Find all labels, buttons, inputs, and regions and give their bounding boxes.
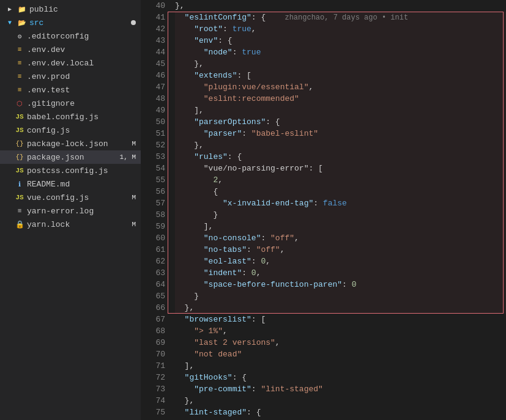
line-number: 65 bbox=[141, 290, 165, 302]
modified-badge: M bbox=[132, 221, 136, 228]
js-icon: JS bbox=[15, 112, 24, 122]
sidebar-item-env-test[interactable]: ≡ .env.test bbox=[0, 83, 141, 97]
line-number: 52 bbox=[141, 139, 165, 151]
line-number: 70 bbox=[141, 348, 165, 360]
line-number: 75 bbox=[141, 407, 165, 418]
line-number: 41 bbox=[141, 12, 165, 23]
line-number: 46 bbox=[141, 70, 165, 81]
line-number: 55 bbox=[141, 174, 165, 186]
code-line: "browserslist": [ bbox=[175, 314, 506, 325]
line-number: 59 bbox=[141, 221, 165, 232]
sidebar-item-label: README.md bbox=[27, 180, 70, 189]
js-icon: JS bbox=[15, 166, 24, 175]
sidebar-item-postcss[interactable]: JS postcss.config.js bbox=[0, 164, 141, 177]
sidebar-item-babel[interactable]: JS babel.config.js bbox=[0, 110, 141, 123]
line-number: 49 bbox=[141, 105, 165, 116]
sidebar-item-label: .env.prod bbox=[27, 72, 70, 81]
code-line: "rules": { bbox=[175, 151, 506, 163]
env-icon: ≡ bbox=[15, 45, 24, 54]
line-number: 73 bbox=[141, 383, 165, 395]
sidebar-item-vue-config[interactable]: JS vue.config.js M bbox=[0, 191, 141, 204]
code-line: "gitHooks": { bbox=[175, 372, 506, 383]
settings-icon: ⚙ bbox=[15, 31, 24, 41]
sidebar-item-env-dev[interactable]: ≡ .env.dev bbox=[0, 43, 141, 56]
line-number: 51 bbox=[141, 128, 165, 139]
sidebar-item-label: postcss.config.js bbox=[27, 166, 108, 175]
code-line: "root": true, bbox=[175, 23, 506, 35]
line-number: 43 bbox=[141, 35, 165, 46]
line-number: 60 bbox=[141, 232, 165, 244]
line-number: 54 bbox=[141, 163, 165, 174]
line-numbers: 4041424344454647484950515253545556575859… bbox=[141, 0, 170, 420]
modified-badge: 1, M bbox=[120, 153, 136, 161]
sidebar-item-label: config.js bbox=[27, 126, 70, 135]
code-line: } bbox=[175, 209, 506, 221]
chevron-right-icon: ▶ bbox=[5, 4, 15, 14]
code-content: }, "eslintConfig": { zhangchao, 7 days a… bbox=[170, 0, 506, 420]
sidebar-item-label: vue.config.js bbox=[27, 193, 89, 202]
modified-badge: M bbox=[132, 140, 136, 147]
js-icon: JS bbox=[15, 193, 24, 202]
code-area[interactable]: 4041424344454647484950515253545556575859… bbox=[141, 0, 506, 420]
code-line: }, bbox=[175, 0, 506, 12]
code-line: "no-tabs": "off", bbox=[175, 244, 506, 256]
file-explorer: ▶ 📁 public ▼ 📂 src ⚙ .editorconfig ≡ .en… bbox=[0, 0, 141, 420]
line-number: 61 bbox=[141, 244, 165, 256]
code-line: "not dead" bbox=[175, 348, 506, 360]
env-icon: ≡ bbox=[15, 85, 24, 95]
line-number: 42 bbox=[141, 23, 165, 35]
code-line: "parser": "babel-eslint" bbox=[175, 128, 506, 139]
line-number: 44 bbox=[141, 46, 165, 58]
sidebar-item-public[interactable]: ▶ 📁 public bbox=[0, 2, 141, 16]
info-icon: ℹ bbox=[15, 179, 24, 189]
code-line: }, bbox=[175, 395, 506, 407]
code-line: "eslint:recommended" bbox=[175, 93, 506, 105]
sidebar-item-label: .editorconfig bbox=[27, 32, 89, 41]
line-number: 56 bbox=[141, 186, 165, 197]
line-number: 68 bbox=[141, 325, 165, 337]
code-line: }, bbox=[175, 139, 506, 151]
code-line: { bbox=[175, 186, 506, 197]
sidebar-item-label: .gitignore bbox=[27, 99, 75, 108]
line-number: 40 bbox=[141, 0, 165, 12]
code-line: "eslintConfig": { zhangchao, 7 days ago … bbox=[175, 12, 506, 23]
sidebar-item-env-dev-local[interactable]: ≡ .env.dev.local bbox=[0, 56, 141, 70]
sidebar-item-env-prod[interactable]: ≡ .env.prod bbox=[0, 70, 141, 83]
code-line: "vue/no-parsing-error": [ bbox=[175, 163, 506, 174]
sidebar-item-label: .env.dev.local bbox=[27, 59, 94, 68]
code-line: ], bbox=[175, 360, 506, 372]
line-number: 53 bbox=[141, 151, 165, 163]
line-number: 62 bbox=[141, 256, 165, 267]
line-number: 66 bbox=[141, 302, 165, 314]
sidebar-item-src[interactable]: ▼ 📂 src bbox=[0, 16, 141, 29]
json-icon: {} bbox=[15, 152, 24, 162]
code-line: "node": true bbox=[175, 46, 506, 58]
git-icon: ⬡ bbox=[15, 98, 24, 108]
sidebar-item-yarn-lock[interactable]: 🔒 yarn.lock M bbox=[0, 218, 141, 231]
code-line: "parserOptions": { bbox=[175, 116, 506, 128]
sidebar-item-label: package.json bbox=[27, 153, 84, 162]
sidebar-item-label: src bbox=[29, 18, 43, 28]
chevron-down-icon: ▼ bbox=[5, 18, 15, 28]
sidebar-item-gitignore[interactable]: ⬡ .gitignore bbox=[0, 97, 141, 110]
sidebar-item-package-lock[interactable]: {} package-lock.json M bbox=[0, 137, 141, 150]
sidebar-item-yarn-error-log[interactable]: ≡ yarn-error.log bbox=[0, 204, 141, 218]
sidebar-item-editorconfig[interactable]: ⚙ .editorconfig bbox=[0, 29, 141, 43]
line-number: 45 bbox=[141, 58, 165, 70]
sidebar-item-config-js[interactable]: JS config.js bbox=[0, 123, 141, 137]
sidebar-item-label: public bbox=[29, 5, 58, 14]
sidebar-item-readme[interactable]: ℹ README.md bbox=[0, 177, 141, 191]
code-line: "env": { bbox=[175, 35, 506, 46]
modified-dot bbox=[131, 20, 136, 25]
folder-icon: 📂 bbox=[17, 18, 27, 28]
code-line: "plugin:vue/essential", bbox=[175, 81, 506, 93]
code-line: ], bbox=[175, 105, 506, 116]
code-line: 2, bbox=[175, 174, 506, 186]
code-line: "extends": [ bbox=[175, 70, 506, 81]
modified-badge: M bbox=[132, 194, 136, 201]
code-line: "pre-commit": "lint-staged" bbox=[175, 383, 506, 395]
code-line: } bbox=[175, 290, 506, 302]
sidebar-item-package-json[interactable]: {} package.json 1, M bbox=[0, 150, 141, 164]
code-line: "lint-staged": { bbox=[175, 407, 506, 418]
code-editor: 4041424344454647484950515253545556575859… bbox=[141, 0, 506, 420]
